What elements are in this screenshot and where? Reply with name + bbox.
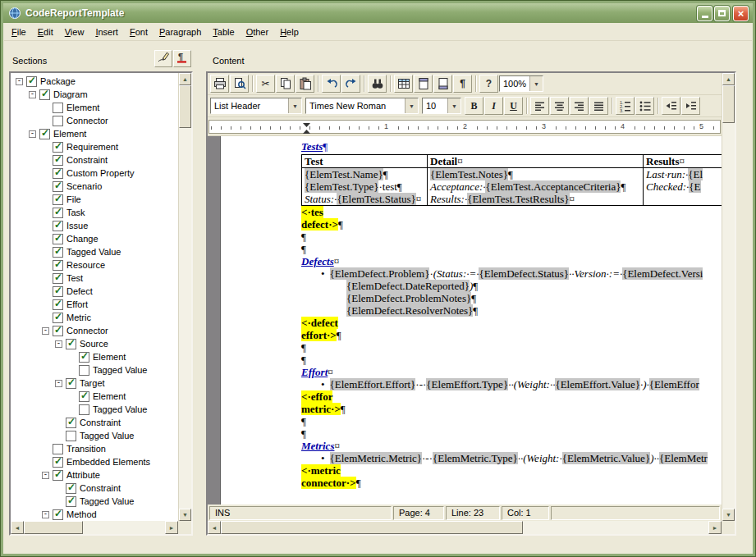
bold-button[interactable]: B: [465, 97, 483, 115]
checkbox[interactable]: [53, 509, 63, 520]
menu-insert[interactable]: Insert: [89, 25, 124, 39]
checkbox[interactable]: [53, 103, 63, 113]
checkbox[interactable]: [53, 247, 63, 258]
tree-item-issue[interactable]: Issue: [12, 219, 178, 232]
size-select[interactable]: 10 ▼: [422, 98, 461, 114]
font-select[interactable]: Times New Roman ▼: [305, 98, 419, 114]
collapse-icon[interactable]: -: [29, 91, 36, 98]
checkbox[interactable]: [53, 181, 63, 192]
align-left-button[interactable]: [530, 97, 549, 115]
tree-item-change[interactable]: Change: [12, 232, 178, 245]
tree-item-metric[interactable]: Metric: [12, 311, 178, 324]
tree-item-test[interactable]: Test: [12, 272, 178, 285]
tree-item-constraint[interactable]: Constraint: [12, 482, 178, 495]
tree-item-element[interactable]: -Element: [12, 127, 178, 140]
insert-header-button[interactable]: [414, 75, 433, 93]
doc-line[interactable]: ¶: [301, 231, 722, 243]
checkbox[interactable]: [39, 129, 50, 139]
checkbox[interactable]: [53, 142, 63, 153]
tree-item-connector[interactable]: Connector: [12, 114, 178, 127]
tree-item-defect[interactable]: Defect: [12, 285, 178, 298]
doc-line[interactable]: {ElemDefect.DateReported})¶: [346, 280, 722, 292]
doc-line[interactable]: Metrics¤: [301, 440, 722, 452]
scroll-left-button[interactable]: ◄: [208, 521, 221, 534]
paste-button[interactable]: [296, 75, 314, 93]
tree-hscroll-thumb[interactable]: [24, 521, 83, 534]
bullet-list-button[interactable]: [635, 97, 654, 115]
align-center-button[interactable]: [550, 97, 569, 115]
help-button[interactable]: ?: [479, 75, 498, 93]
tree-item-attribute[interactable]: -Attribute: [12, 468, 178, 482]
collapse-icon[interactable]: -: [55, 380, 62, 387]
insert-footer-button[interactable]: [433, 75, 452, 93]
tree-item-target[interactable]: -Target: [12, 377, 178, 390]
doc-line[interactable]: ¶: [301, 341, 722, 354]
doc-line[interactable]: defect·>¶: [301, 218, 722, 231]
chevron-down-icon[interactable]: ▼: [447, 98, 460, 113]
sections-tree[interactable]: -Package-DiagramElementConnector-Element…: [11, 73, 178, 521]
doc-line[interactable]: connector·>¶: [301, 477, 722, 489]
indent-marker[interactable]: [303, 122, 310, 133]
checkbox[interactable]: [66, 378, 76, 389]
align-right-button[interactable]: [570, 97, 589, 115]
outdent-button[interactable]: [662, 97, 680, 115]
italic-button[interactable]: I: [484, 97, 503, 115]
style-select[interactable]: List Header ▼: [210, 98, 302, 114]
checkbox[interactable]: [53, 234, 63, 244]
doc-line[interactable]: ¶: [301, 243, 722, 255]
doc-line[interactable]: Tests¶: [301, 140, 722, 153]
doc-line[interactable]: Defects¤: [301, 255, 722, 267]
checkbox[interactable]: [53, 326, 63, 336]
checkbox[interactable]: [79, 365, 89, 376]
doc-line[interactable]: ¶: [301, 427, 722, 440]
doc-line[interactable]: {ElemDefect.ProblemNotes}¶: [346, 292, 722, 304]
tree-item-scenario[interactable]: Scenario: [12, 180, 178, 193]
scroll-left-button[interactable]: ◄: [11, 521, 24, 534]
chevron-down-icon[interactable]: ▼: [405, 98, 418, 113]
table-header-cell[interactable]: Results¤: [644, 155, 722, 168]
tree-item-requirement[interactable]: Requirement: [12, 140, 178, 153]
tree-item-diagram[interactable]: -Diagram: [12, 88, 178, 101]
checkbox[interactable]: [53, 260, 63, 271]
tree-scroll-thumb[interactable]: [179, 85, 191, 128]
scroll-track[interactable]: [24, 521, 165, 534]
checkbox[interactable]: [39, 89, 50, 100]
scroll-up-button[interactable]: ▲: [179, 73, 191, 85]
table-header-cell[interactable]: Test: [302, 155, 428, 168]
tree-item-element[interactable]: Element: [12, 350, 178, 363]
menu-file[interactable]: File: [6, 25, 32, 39]
insert-table-button[interactable]: [394, 75, 413, 93]
doc-line[interactable]: ¶: [301, 354, 722, 366]
tree-horizontal-scrollbar[interactable]: ◄ ►: [11, 521, 191, 534]
doc-line[interactable]: <·effor: [301, 390, 722, 403]
tree-item-tagged-value[interactable]: Tagged Value: [12, 495, 178, 508]
checkbox[interactable]: [53, 470, 63, 481]
menu-table[interactable]: Table: [207, 25, 240, 39]
numbered-list-button[interactable]: 1.2.3.: [616, 97, 635, 115]
scroll-down-button[interactable]: ▼: [722, 509, 735, 521]
selection-gutter[interactable]: [208, 136, 221, 504]
tree-item-package[interactable]: -Package: [12, 75, 178, 88]
tree-item-tagged-value[interactable]: Tagged Value: [12, 363, 178, 377]
print-button[interactable]: [210, 75, 229, 93]
doc-line[interactable]: <·defect: [301, 317, 722, 329]
menu-view[interactable]: View: [59, 25, 90, 39]
tree-item-constraint[interactable]: Constraint: [12, 153, 178, 167]
collapse-icon[interactable]: -: [16, 78, 23, 85]
tree-item-element[interactable]: Element: [12, 101, 178, 114]
collapse-icon[interactable]: -: [29, 130, 36, 138]
menu-help[interactable]: Help: [274, 25, 305, 39]
collapse-icon[interactable]: -: [55, 340, 62, 348]
checkbox[interactable]: [66, 483, 76, 494]
table-header-cell[interactable]: Detail¤: [428, 155, 644, 168]
underline-button[interactable]: U: [504, 97, 523, 115]
checkbox[interactable]: [53, 208, 63, 218]
indent-button[interactable]: [681, 97, 700, 115]
cut-button[interactable]: ✂: [256, 75, 275, 93]
doc-line[interactable]: effort·>¶: [301, 329, 722, 341]
signature-button[interactable]: [154, 50, 172, 67]
checkbox[interactable]: [66, 418, 76, 428]
scroll-track[interactable]: [722, 123, 735, 509]
scroll-down-button[interactable]: ▼: [179, 509, 191, 521]
doc-line[interactable]: •{ElemDefect.Problem}·(Status:·=·{ElemDe…: [321, 267, 722, 280]
